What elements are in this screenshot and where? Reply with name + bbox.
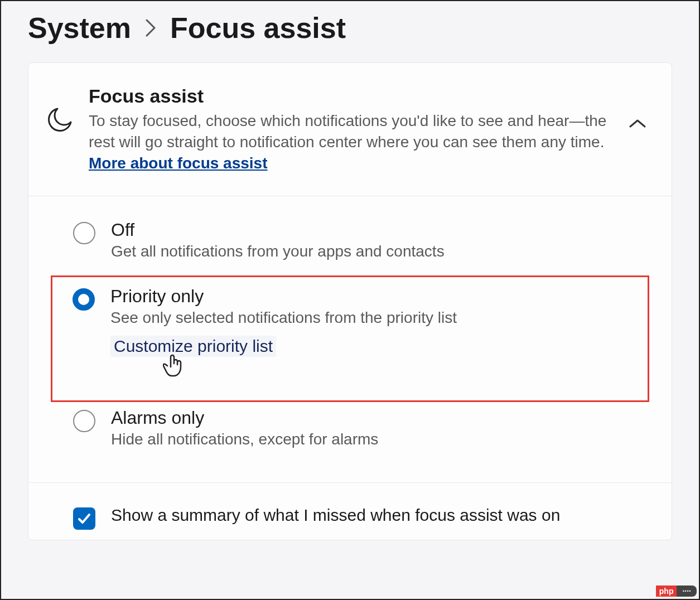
focus-assist-options: Off Get all notifications from your apps… [28, 196, 672, 482]
radio-label: Alarms only [111, 408, 629, 428]
checkbox-checked-icon[interactable] [73, 507, 95, 530]
chevron-right-icon [144, 14, 157, 42]
section-desc-text: To stay focused, choose which notificati… [89, 112, 606, 151]
radio-label: Off [111, 220, 629, 240]
radio-icon[interactable] [73, 222, 95, 244]
more-about-link[interactable]: More about focus assist [89, 154, 268, 172]
radio-desc: Get all notifications from your apps and… [111, 241, 629, 262]
section-desc: To stay focused, choose which notificati… [89, 110, 612, 173]
breadcrumb: System Focus assist [1, 1, 699, 62]
summary-label: Show a summary of what I missed when foc… [111, 504, 560, 527]
section-header-text: Focus assist To stay focused, choose whi… [89, 85, 612, 173]
radio-desc: Hide all notifications, except for alarm… [111, 429, 629, 449]
focus-assist-panel: Focus assist To stay focused, choose whi… [28, 62, 672, 540]
moon-icon [47, 107, 73, 134]
radio-icon[interactable] [73, 410, 95, 432]
section-title: Focus assist [89, 85, 612, 107]
cursor-hand-icon [163, 354, 672, 381]
radio-desc: See only selected notifications from the… [110, 308, 630, 328]
radio-option-priority[interactable]: Priority only See only selected notifica… [51, 275, 649, 402]
radio-label: Priority only [110, 286, 630, 307]
watermark-b: ···· [677, 586, 697, 597]
watermark-a: php [656, 586, 677, 597]
watermark: php ···· [656, 586, 697, 597]
summary-option[interactable]: Show a summary of what I missed when foc… [28, 483, 672, 540]
section-header[interactable]: Focus assist To stay focused, choose whi… [28, 63, 672, 196]
breadcrumb-current: Focus assist [170, 11, 346, 45]
radio-option-alarms[interactable]: Alarms only Hide all notifications, exce… [53, 402, 647, 463]
radio-icon[interactable] [73, 288, 95, 311]
radio-option-off[interactable]: Off Get all notifications from your apps… [53, 214, 647, 275]
breadcrumb-parent[interactable]: System [28, 11, 131, 45]
chevron-up-icon[interactable] [628, 118, 647, 132]
